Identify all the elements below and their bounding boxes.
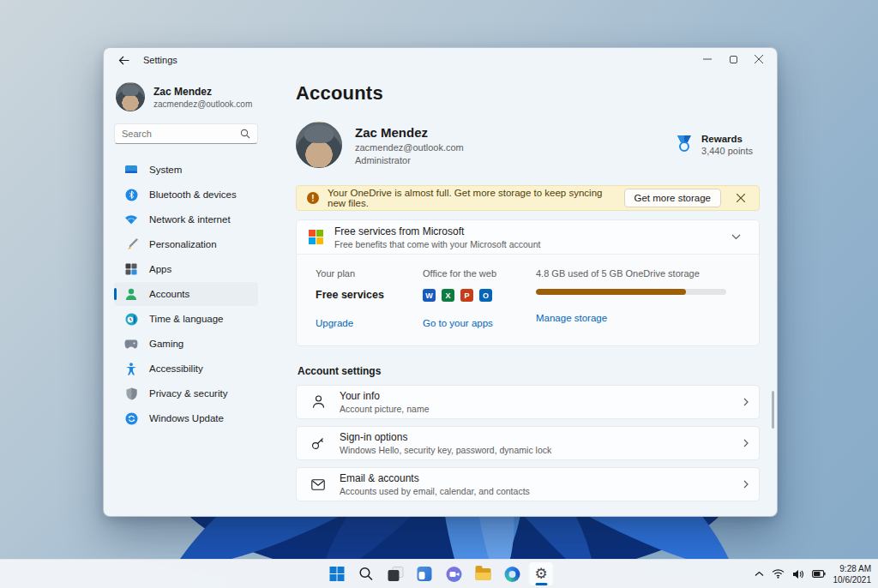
start-button[interactable] [325, 561, 350, 586]
key-icon [310, 436, 326, 450]
taskbar-search-button[interactable] [354, 561, 379, 586]
window-controls [695, 50, 772, 69]
search-placeholder: Search [122, 129, 240, 139]
banner-close-icon[interactable] [730, 189, 752, 207]
privacy-icon [124, 387, 138, 400]
chevron-down-icon[interactable] [725, 234, 747, 240]
wifi-icon[interactable] [772, 569, 785, 579]
apps-icon [124, 262, 138, 276]
chevron-right-icon [743, 435, 749, 451]
sidebar-user-card[interactable]: Zac Mendez zacmendez@outlook.com [116, 82, 258, 111]
warning-icon: ! [307, 192, 319, 204]
chat-icon [446, 567, 461, 582]
file-explorer-button[interactable] [471, 561, 496, 586]
free-services-expander[interactable]: Free services from Microsoft Free benefi… [297, 220, 759, 255]
envelope-icon [310, 479, 326, 490]
plan-details: Your plan Free services Upgrade Office f… [297, 255, 759, 345]
sidebar-item-time-language[interactable]: Time & language [114, 307, 258, 331]
sidebar-item-bluetooth-devices[interactable]: Bluetooth & devices [114, 183, 258, 207]
sidebar-item-label: System [149, 165, 182, 175]
storage-progress-bar [536, 289, 726, 295]
sidebar-item-apps[interactable]: Apps [114, 257, 258, 281]
volume-icon[interactable] [792, 569, 804, 579]
expander-subtitle: Free benefits that come with your Micros… [334, 239, 540, 249]
gear-icon: ⚙ [534, 567, 547, 581]
search-icon [359, 567, 374, 581]
tray-chevron-up-icon[interactable] [755, 571, 764, 577]
account-profile: Zac Mendez zacmendez@outlook.com Adminis… [296, 122, 760, 168]
sidebar-user-name: Zac Mendez [153, 86, 252, 98]
sidebar-item-label: Accessibility [149, 363, 203, 374]
profile-role: Administrator [355, 155, 464, 165]
settings-window: Settings Zac Mendez zacmendez@outlook.co… [103, 47, 778, 517]
widgets-button[interactable] [412, 561, 437, 586]
sidebar-item-privacy-security[interactable]: Privacy & security [114, 381, 258, 405]
chevron-right-icon [743, 477, 749, 492]
row-subtitle: Windows Hello, security key, password, d… [340, 445, 551, 455]
your-plan-label: Your plan [316, 268, 423, 279]
tray-time: 9:28 AM [833, 563, 872, 574]
search-icon [240, 129, 250, 139]
person-icon [310, 395, 326, 409]
sidebar-item-system[interactable]: System [114, 158, 258, 182]
taskbar-clock[interactable]: 9:28 AM 10/6/2021 [833, 563, 872, 585]
sidebar: Zac Mendez zacmendez@outlook.com Search … [104, 72, 268, 516]
bluetooth-icon [124, 188, 138, 201]
sidebar-item-accessibility[interactable]: Accessibility [114, 357, 258, 381]
settings-row-your-info[interactable]: Your info Account picture, name [296, 385, 760, 419]
system-icon [124, 163, 138, 177]
settings-row-email-accounts[interactable]: Email & accounts Accounts used by email,… [296, 467, 760, 501]
main-content: Accounts Zac Mendez zacmendez@outlook.co… [268, 72, 777, 516]
back-button[interactable] [114, 51, 133, 69]
sidebar-item-windows-update[interactable]: Windows Update [114, 406, 258, 430]
maximize-button[interactable] [720, 50, 746, 69]
your-plan-value: Free services [316, 289, 423, 301]
system-tray: 9:28 AM 10/6/2021 [755, 563, 872, 585]
rewards-points: 3,440 points [701, 146, 753, 156]
sidebar-item-accounts[interactable]: Accounts [114, 282, 258, 306]
close-button[interactable] [746, 50, 772, 69]
windows-update-icon [124, 411, 138, 425]
manage-storage-link[interactable]: Manage storage [536, 313, 607, 323]
onedrive-warning-banner: ! Your OneDrive is almost full. Get more… [296, 185, 760, 211]
sidebar-item-label: Apps [149, 264, 171, 274]
avatar [116, 82, 145, 111]
taskbar: ⚙ 9:28 AM 10/6/2021 [0, 559, 878, 588]
row-subtitle: Accounts used by email, calendar, and co… [340, 486, 530, 496]
go-to-apps-link[interactable]: Go to your apps [423, 318, 493, 328]
sidebar-nav: System Bluetooth & devices Network & int… [114, 158, 258, 430]
tray-date: 10/6/2021 [833, 574, 872, 585]
upgrade-link[interactable]: Upgrade [316, 318, 353, 328]
row-subtitle: Account picture, name [340, 404, 429, 414]
window-scrollbar[interactable] [772, 391, 774, 429]
sidebar-item-label: Gaming [149, 339, 183, 349]
rewards-block[interactable]: Rewards 3,440 points [675, 134, 753, 156]
sidebar-item-personalization[interactable]: Personalization [114, 232, 258, 256]
sidebar-item-network-internet[interactable]: Network & internet [114, 207, 258, 231]
network-icon [124, 213, 138, 226]
battery-icon[interactable] [812, 570, 826, 578]
settings-taskbar-button[interactable]: ⚙ [529, 561, 554, 586]
edge-button[interactable] [500, 561, 525, 586]
microsoft-logo-icon [309, 230, 323, 244]
banner-message: Your OneDrive is almost full. Get more s… [328, 188, 616, 208]
task-view-button[interactable] [383, 561, 408, 586]
search-input[interactable]: Search [114, 123, 258, 144]
window-title: Settings [143, 55, 177, 65]
minimize-button[interactable] [695, 50, 720, 69]
widgets-icon [418, 567, 432, 581]
excel-icon: X [442, 289, 454, 302]
settings-row-sign-in-options[interactable]: Sign-in options Windows Hello, security … [296, 426, 760, 460]
windows-start-icon [330, 567, 345, 581]
free-services-card: Free services from Microsoft Free benefi… [296, 219, 760, 346]
time-language-icon [124, 312, 138, 326]
get-more-storage-button[interactable]: Get more storage [624, 189, 721, 207]
storage-label: 4.8 GB used of 5 GB OneDrive storage [536, 268, 740, 279]
chat-button[interactable] [442, 561, 466, 586]
row-title: Your info [340, 390, 429, 402]
sidebar-item-gaming[interactable]: Gaming [114, 332, 258, 356]
word-icon: W [423, 289, 436, 302]
sidebar-item-label: Bluetooth & devices [149, 189, 237, 200]
personalization-icon [124, 237, 138, 251]
section-title-account-settings: Account settings [298, 365, 760, 377]
